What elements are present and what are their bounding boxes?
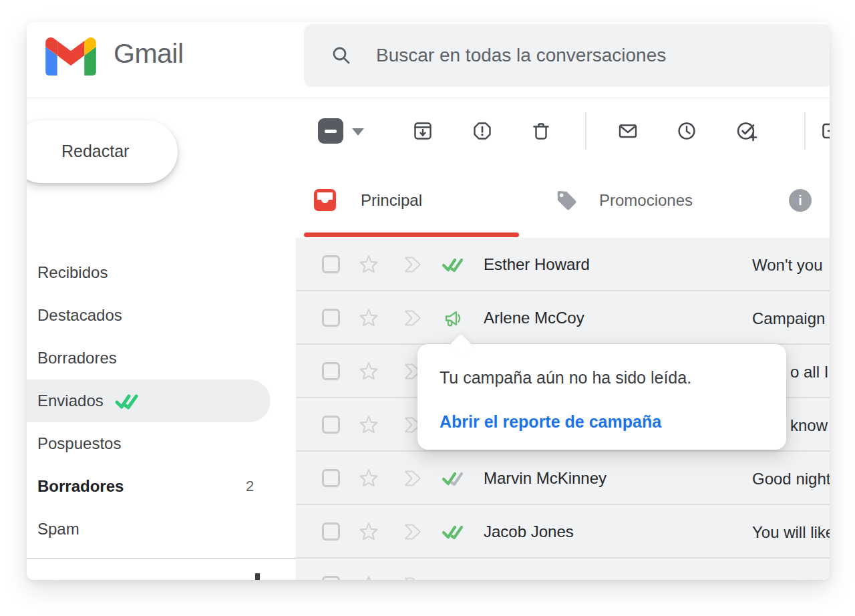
sidebar-nav: Recibidos Destacados Borradores Enviados… [27,251,296,551]
sidebar-item-label: Pospuestos [37,434,121,453]
campaign-tooltip: Tu campaña aún no ha sido leída. Abrir e… [417,344,786,450]
sidebar-item-label: Borradores [37,477,124,496]
sidebar-item-label: Spam [37,520,79,538]
email-subject: know [790,416,828,435]
sidebar-item-label: Recibidos [37,263,108,282]
sender-name: Marvin McKinney [484,469,607,488]
sidebar: Redactar Recibidos Destacados Borradores… [27,98,296,580]
email-row[interactable]: Jacob Jones You will like [296,505,830,559]
sidebar-item-enviados[interactable]: Enviados [27,379,271,422]
email-subject: Good night [752,470,830,488]
inbox-tab-icon[interactable] [314,189,336,211]
tag-icon[interactable] [554,188,578,212]
select-dropdown-caret[interactable] [352,128,364,136]
sidebar-item-borradores[interactable]: Borradores [27,337,271,379]
campaign-megaphone-icon [442,308,466,329]
importance-marker-icon[interactable] [403,575,425,580]
sidebar-item-label: Borradores [37,349,117,367]
move-to-icon[interactable] [820,120,830,142]
toolbar-divider [804,112,806,150]
indeterminate-minus [325,130,337,133]
importance-marker-icon[interactable] [403,522,425,542]
select-all-checkbox[interactable] [318,118,343,144]
add-task-icon[interactable] [735,120,758,143]
row-checkbox[interactable] [322,576,340,580]
sidebar-divider [27,558,296,559]
tab-promociones[interactable]: Promociones [599,191,693,210]
more-chevron-icon [255,573,260,580]
delivered-check-green-gray-icon [442,468,468,488]
compose-label: Redactar [61,142,129,161]
sender-name: Esther Howard [484,255,590,274]
main-pane: Principal Promociones i Esther Howard Wo… [296,98,830,580]
importance-marker-icon[interactable] [403,255,425,275]
read-receipt-double-check-icon [442,522,468,542]
star-icon[interactable] [357,360,380,383]
sidebar-item-recibidos[interactable]: Recibidos [27,251,271,294]
email-subject: o all I [790,363,828,381]
row-checkbox[interactable] [322,255,340,273]
email-row[interactable] [296,559,830,580]
importance-marker-icon[interactable] [403,468,425,488]
search-icon [331,45,352,66]
draft-count-badge: 2 [246,478,254,495]
search-bar[interactable] [304,24,830,87]
email-row[interactable]: Arlene McCoy Campaign [296,291,830,345]
row-checkbox[interactable] [322,522,340,541]
star-icon[interactable] [357,467,380,490]
active-tab-underline [304,233,519,237]
delete-icon[interactable] [530,120,552,142]
sidebar-item-label: Destacados [37,306,122,325]
app-header: Gmail [27,22,830,98]
compose-button[interactable]: Redactar [27,120,178,183]
sidebar-item-borradores-2[interactable]: Borradores 2 [27,465,271,508]
star-icon[interactable] [357,307,380,329]
tab-principal[interactable]: Principal [361,191,422,210]
tooltip-message: Tu campaña aún no ha sido leída. [440,368,691,388]
snooze-icon[interactable] [676,120,697,142]
importance-marker-icon[interactable] [403,308,425,328]
row-checkbox[interactable] [322,469,340,487]
sender-name: Arlene McCoy [484,309,584,327]
open-campaign-report-link[interactable]: Abrir el reporte de campaña [440,412,661,432]
row-checkbox[interactable] [322,416,340,434]
sidebar-item-pospuestos[interactable]: Pospuestos [27,422,271,465]
gmail-logo-icon [45,37,96,75]
sidebar-item-spam[interactable]: Spam [27,508,271,551]
row-checkbox[interactable] [322,309,340,327]
email-row[interactable]: Marvin McKinney Good night [296,452,830,505]
email-subject: Won't you [752,256,823,275]
star-icon[interactable] [357,253,380,276]
star-icon[interactable] [357,574,380,580]
star-icon[interactable] [357,520,380,543]
sidebar-item-destacados[interactable]: Destacados [27,294,271,337]
gmail-window: Gmail Redactar Recibidos Destacados Borr… [27,22,830,580]
mark-read-icon[interactable] [617,120,639,142]
report-spam-icon[interactable] [472,120,493,142]
gmail-wordmark: Gmail [114,38,184,69]
email-row[interactable]: Esther Howard Won't you [296,238,830,291]
archive-icon[interactable] [412,120,434,142]
info-icon[interactable]: i [789,189,812,212]
email-subject: You will like [752,523,830,542]
star-icon[interactable] [357,414,380,436]
sender-name: Jacob Jones [484,522,574,541]
read-receipt-double-check-icon [442,255,468,275]
search-input[interactable] [376,24,777,87]
email-subject: Campaign [752,309,825,328]
sidebar-item-label: Enviados [37,392,104,410]
double-check-icon [114,391,144,411]
row-checkbox[interactable] [322,362,340,380]
toolbar-divider [585,112,586,150]
